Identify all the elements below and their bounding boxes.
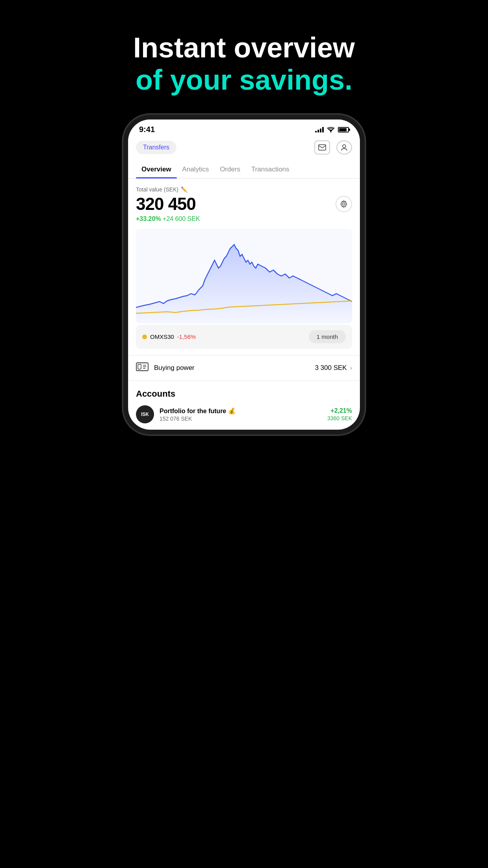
omxs-dot [142, 335, 147, 339]
tab-orders[interactable]: Orders [215, 161, 246, 178]
tab-analytics[interactable]: Analytics [177, 161, 215, 178]
chart-footer: OMXS30 -1,56% 1 month [136, 325, 352, 349]
perf-abs-value: +24 600 SEK [163, 215, 200, 222]
timeframe-button[interactable]: 1 month [309, 330, 346, 343]
total-value-amount: 320 450 [136, 194, 196, 214]
edit-icon: ✏️ [181, 186, 187, 193]
battery-icon [338, 127, 349, 132]
gear-icon [340, 200, 348, 208]
profile-button[interactable] [336, 140, 352, 154]
total-value-row: 320 450 [136, 194, 352, 214]
buying-power-value: 3 300 SEK › [315, 364, 352, 372]
main-content: Total value (SEK) ✏️ 320 450 +33.20% +24… [128, 178, 360, 349]
account-right: +2,21% 3360 SEK [327, 407, 352, 421]
svg-rect-1 [319, 145, 326, 150]
account-item[interactable]: ISK Portfolio for the future 💰 152 076 S… [136, 405, 352, 430]
chevron-right-icon: › [350, 364, 352, 371]
svg-point-3 [343, 203, 345, 205]
omxs-change: -1,56% [177, 333, 196, 340]
buying-power-left: Buying power [136, 362, 194, 373]
omxs-indicator: OMXS30 -1,56% [142, 333, 196, 340]
hero-section: Instant overview of your savings. [110, 31, 378, 96]
hero-line1: Instant overview [133, 31, 355, 64]
phone-frame: 9:41 Transfers [128, 120, 360, 430]
signal-bars-icon [315, 127, 324, 132]
account-change-pct: +2,21% [327, 407, 352, 414]
buying-power-label: Buying power [154, 364, 194, 372]
status-icons [315, 127, 349, 132]
svg-point-0 [330, 131, 332, 132]
app-header: Transfers [128, 137, 360, 161]
hero-line2: of your savings. [133, 64, 355, 96]
status-bar: 9:41 [128, 120, 360, 137]
portfolio-chart [136, 229, 352, 323]
wifi-icon [327, 127, 335, 132]
accounts-section: Accounts ISK Portfolio for the future 💰 … [128, 381, 360, 430]
cash-icon [136, 362, 149, 371]
tab-overview[interactable]: Overview [136, 161, 177, 178]
account-info: Portfolio for the future 💰 152 076 SEK [160, 407, 236, 422]
buying-power-row[interactable]: Buying power 3 300 SEK › [128, 355, 360, 381]
transfers-button[interactable]: Transfers [136, 141, 176, 154]
account-left: ISK Portfolio for the future 💰 152 076 S… [136, 405, 236, 423]
status-time: 9:41 [139, 125, 155, 134]
total-value-label: Total value (SEK) ✏️ [136, 186, 352, 193]
mail-icon [318, 144, 326, 151]
mail-button[interactable] [314, 140, 330, 154]
tab-transactions[interactable]: Transactions [246, 161, 295, 178]
account-value: 152 076 SEK [160, 416, 236, 422]
accounts-title: Accounts [136, 389, 352, 399]
account-avatar: ISK [136, 405, 154, 423]
svg-point-2 [343, 145, 346, 148]
person-icon [341, 144, 348, 151]
header-icons [314, 140, 352, 154]
chart-svg [136, 229, 352, 323]
nav-tabs: Overview Analytics Orders Transactions [128, 161, 360, 178]
svg-rect-5 [138, 364, 141, 369]
omxs-name: OMXS30 [150, 333, 174, 340]
money-icon [136, 362, 149, 373]
account-change-abs: 3360 SEK [327, 415, 352, 421]
performance-row: +33.20% +24 600 SEK [136, 215, 352, 223]
perf-pct: +33.20% [136, 215, 161, 222]
settings-button[interactable] [336, 196, 352, 212]
account-name: Portfolio for the future 💰 [160, 407, 236, 415]
